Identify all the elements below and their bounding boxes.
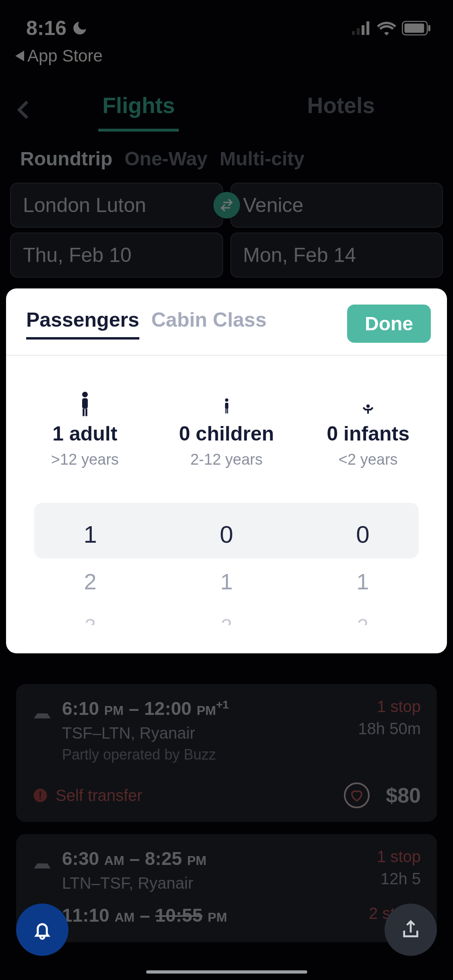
svg-rect-3 [366,21,369,35]
duration-label: 12h 5 [377,870,421,888]
flight-times: 6:10 PM – 12:00 PM+1 [62,698,348,719]
svg-point-18 [366,404,370,408]
picker-children[interactable]: 0 1 2 3 [158,521,294,625]
favorite-button[interactable] [344,782,370,808]
trip-roundtrip[interactable]: Roundtrip [20,148,112,170]
modal-tab-cabin[interactable]: Cabin Class [151,308,267,340]
heart-icon [350,788,364,803]
warning-icon [32,787,48,803]
pax-infants-label: 0 infants [327,422,410,445]
svg-rect-2 [362,25,364,35]
origin-field[interactable]: London Luton [10,183,223,228]
stops-label: 1 stop [358,698,421,716]
search-fields: London Luton Venice Thu, Feb 10 Mon, Feb… [0,183,453,278]
picker-value: 1 [356,568,369,595]
svg-rect-11 [82,398,88,409]
picker-value: 2 [357,615,368,625]
flight-route: TSF–LTN, Ryanair [62,724,348,742]
back-to-appstore[interactable]: App Store [0,44,453,66]
trip-oneway[interactable]: One-Way [124,148,207,170]
destination-field[interactable]: Venice [230,183,443,228]
picker-value: 1 [83,521,97,548]
tab-hotels[interactable]: Hotels [303,88,379,132]
trip-multicity[interactable]: Multi-city [220,148,305,170]
modal-tab-passengers[interactable]: Passengers [26,308,139,340]
duration-label: 18h 50m [358,720,421,738]
wifi-icon [377,21,396,35]
pax-adults-sub: >12 years [51,451,119,468]
svg-rect-17 [227,409,228,414]
picker-value: 2 [221,615,232,625]
flight-card[interactable]: 6:30 AM – 8:25 PM LTN–TSF, Ryanair 1 sto… [16,834,437,942]
svg-rect-12 [83,409,85,416]
status-time: 8:16 [26,16,66,40]
back-triangle-icon [15,50,24,62]
self-transfer-label: Self transfer [56,786,337,805]
share-fab[interactable] [385,904,437,956]
svg-rect-13 [85,409,87,416]
notifications-fab[interactable] [16,904,68,956]
svg-rect-6 [428,25,430,31]
airline-icon [32,852,52,872]
trip-type-tabs: Roundtrip One-Way Multi-city [0,132,453,178]
picker-value: 0 [356,521,369,548]
depart-date-field[interactable]: Thu, Feb 10 [10,233,223,278]
moon-icon [71,20,88,37]
pax-children-label: 0 children [179,422,274,445]
passenger-modal: Passengers Cabin Class Done 1 adult >12 … [6,288,447,653]
svg-point-14 [225,398,228,401]
status-bar: 8:16 [0,0,453,44]
back-chevron-icon[interactable] [12,98,36,122]
svg-rect-5 [404,23,424,33]
svg-rect-9 [39,798,41,799]
bell-icon [30,918,54,942]
home-indicator[interactable] [146,970,307,974]
pax-adults-label: 1 adult [52,422,117,445]
return-date-field[interactable]: Mon, Feb 14 [230,233,443,278]
tab-flights[interactable]: Flights [98,88,179,132]
picker-value: 3 [85,615,96,625]
battery-icon [402,21,431,35]
top-bar: Flights Hotels [0,88,453,132]
picker-value: 1 [220,568,233,595]
cellular-icon [352,21,371,35]
share-icon [399,918,422,941]
pax-infants-sub: <2 years [339,451,398,468]
svg-rect-15 [225,403,228,409]
pax-infants: 0 infants <2 years [297,390,439,468]
adult-icon [79,391,91,416]
svg-rect-0 [352,31,355,35]
price-label: $80 [386,783,421,807]
flight-times: 11:10 AM – 10:55 PM [62,904,359,926]
picker-infants[interactable]: 0 1 2 3 [295,521,431,625]
flight-times: 6:30 AM – 8:25 PM [62,848,367,869]
flight-route: LTN–TSF, Ryanair [62,874,367,892]
pax-adults: 1 adult >12 years [14,390,156,468]
done-button[interactable]: Done [347,305,431,343]
infant-icon [361,403,375,416]
swap-icon [219,197,235,213]
svg-rect-16 [225,409,226,414]
operated-by: Partly operated by Buzz [62,746,348,763]
results-list: 6:10 PM – 12:00 PM+1 TSF–LTN, Ryanair Pa… [16,684,437,954]
child-icon [223,397,231,416]
svg-rect-1 [357,28,360,35]
flight-card[interactable]: 6:10 PM – 12:00 PM+1 TSF–LTN, Ryanair Pa… [16,684,437,822]
svg-rect-8 [39,791,41,797]
picker-value: 2 [84,568,97,595]
airline-icon [32,702,52,722]
picker-adults[interactable]: 1 2 3 4 [22,521,158,625]
back-app-label: App Store [27,46,103,66]
swap-button[interactable] [213,192,240,218]
svg-point-10 [82,392,88,397]
pax-children-sub: 2-12 years [190,451,263,468]
stops-label: 1 stop [377,848,421,866]
picker-value: 0 [220,521,233,548]
pax-pickers: 1 2 3 4 0 1 2 3 0 1 2 3 [6,484,447,625]
pax-children: 0 children 2-12 years [156,390,298,468]
